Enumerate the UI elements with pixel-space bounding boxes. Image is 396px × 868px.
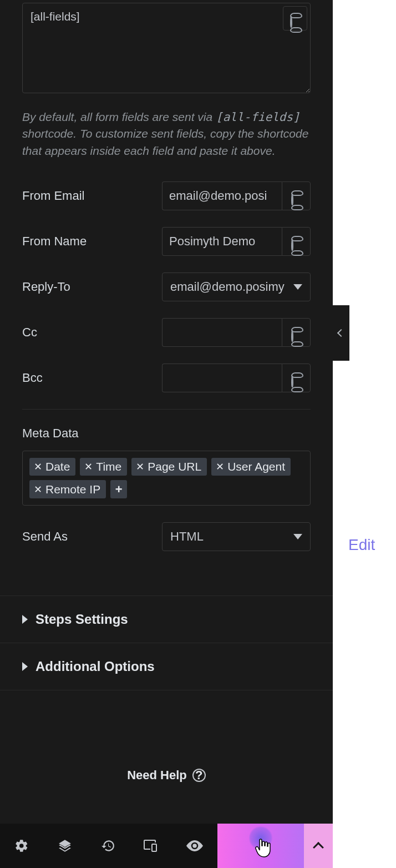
cc-label: Cc: [22, 325, 37, 340]
message-dynamic-button[interactable]: [283, 6, 307, 31]
reply-to-value: email@demo.posimy: [170, 280, 285, 294]
send-as-select[interactable]: HTML: [162, 522, 311, 551]
close-icon[interactable]: ✕: [34, 461, 42, 473]
caret-right-icon: [22, 662, 28, 671]
caret-right-icon: [22, 615, 28, 624]
bcc-dynamic-button[interactable]: [282, 364, 311, 392]
meta-tag[interactable]: ✕User Agent: [211, 458, 291, 476]
from-name-input[interactable]: [162, 227, 282, 256]
close-icon[interactable]: ✕: [136, 461, 144, 473]
layers-icon: [58, 839, 72, 853]
from-email-label: From Email: [22, 189, 84, 203]
edit-link[interactable]: Edit: [348, 536, 375, 554]
meta-tags-box[interactable]: ✕Date ✕Time ✕Page URL ✕User Agent ✕Remot…: [22, 451, 311, 506]
accordion-label: Additional Options: [35, 659, 155, 674]
help-pre: By default, all form fields are sent via: [22, 110, 216, 123]
close-icon[interactable]: ✕: [34, 483, 42, 496]
message-textarea[interactable]: [all-fields]: [22, 3, 311, 93]
meta-tag[interactable]: ✕Remote IP: [29, 480, 106, 498]
need-help-link[interactable]: Need Help ?: [0, 768, 333, 783]
gear-icon: [14, 839, 29, 853]
navigator-button[interactable]: [43, 824, 87, 868]
database-icon: [291, 190, 301, 201]
chevron-up-icon: [313, 842, 324, 853]
meta-tag[interactable]: ✕Page URL: [131, 458, 207, 476]
reply-to-label: Reply-To: [22, 280, 70, 294]
meta-tag[interactable]: ✕Date: [29, 458, 75, 476]
publish-options-button[interactable]: [304, 824, 333, 868]
publish-button[interactable]: [217, 824, 304, 868]
close-icon[interactable]: ✕: [216, 461, 224, 473]
help-code: [all-fields]: [216, 110, 300, 124]
accordion-additional-options[interactable]: Additional Options: [0, 643, 333, 690]
database-icon: [290, 13, 300, 24]
bcc-label: Bcc: [22, 371, 43, 385]
send-as-label: Send As: [22, 529, 68, 544]
database-icon: [291, 372, 301, 383]
reply-to-select[interactable]: email@demo.posimy: [162, 272, 311, 301]
message-help-text: By default, all form fields are sent via…: [22, 109, 311, 159]
from-email-input[interactable]: [162, 181, 282, 210]
chevron-down-icon: [293, 534, 302, 539]
meta-data-title: Meta Data: [22, 426, 311, 441]
cc-input[interactable]: [162, 318, 282, 347]
history-icon: [101, 839, 115, 853]
close-icon[interactable]: ✕: [84, 461, 93, 473]
eye-icon: [186, 840, 203, 851]
from-name-label: From Name: [22, 234, 87, 249]
divider: [22, 409, 311, 410]
from-name-dynamic-button[interactable]: [282, 227, 311, 256]
responsive-button[interactable]: [130, 824, 173, 868]
history-button[interactable]: [87, 824, 130, 868]
bcc-input[interactable]: [162, 364, 282, 392]
chevron-down-icon: [293, 284, 302, 290]
accordion-label: Steps Settings: [35, 612, 128, 627]
cc-dynamic-button[interactable]: [282, 318, 311, 347]
chevron-left-icon: [337, 329, 345, 337]
need-help-label: Need Help: [127, 768, 187, 783]
from-email-dynamic-button[interactable]: [282, 181, 311, 210]
preview-button[interactable]: [173, 824, 216, 868]
help-post: shortcode. To customize sent fields, cop…: [22, 127, 308, 157]
devices-icon: [144, 840, 159, 852]
database-icon: [291, 236, 301, 247]
send-as-value: HTML: [170, 529, 204, 544]
database-icon: [291, 327, 301, 338]
help-icon: ?: [192, 769, 206, 782]
accordion-steps-settings[interactable]: Steps Settings: [0, 596, 333, 643]
settings-button[interactable]: [0, 824, 43, 868]
meta-tag-add-button[interactable]: +: [110, 480, 127, 498]
meta-tag[interactable]: ✕Time: [80, 458, 127, 476]
collapse-panel-button[interactable]: [333, 305, 349, 361]
